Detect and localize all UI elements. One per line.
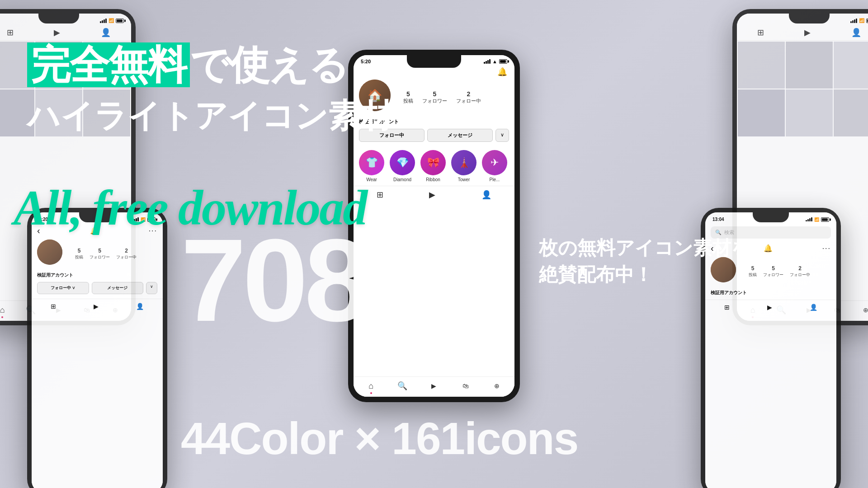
grid-icon-br[interactable]: ⊞ (724, 304, 730, 311)
highlight-diamond[interactable]: 💎 Diamond (390, 150, 415, 182)
search-nav-center[interactable]: 🔍 (397, 380, 408, 391)
home-nav-lt[interactable]: ⌂ (0, 305, 8, 315)
user-icon-br[interactable]: 👤 (810, 304, 817, 311)
message-btn-bl[interactable]: メッセージ (92, 282, 144, 294)
stat-followers-bl: 5 フォロワー (90, 248, 110, 260)
search-placeholder-br: 検索 (724, 229, 734, 236)
home-nav-center[interactable]: ⌂ (366, 380, 377, 391)
stat-posts-br: 5 投稿 (749, 265, 757, 278)
shop-icon-center: 🛍 (462, 382, 469, 389)
time-center: 5:20 (361, 59, 371, 64)
bell-icon-br[interactable]: 🔔 (764, 244, 773, 253)
search-bar-br[interactable]: 🔍 検索 (711, 226, 831, 239)
highlight-ribbon[interactable]: 🎀 Ribbon (420, 150, 446, 182)
time-bl: 4:20 (39, 217, 48, 222)
video-icon-lt: ▶ (54, 28, 60, 38)
message-button-center[interactable]: メッセージ (427, 129, 493, 142)
phone-bottom-left: 4:20 📶 ‹ 🔔 ··· (27, 208, 167, 488)
highlight-tower[interactable]: 🗼 Tower (451, 150, 476, 182)
video-icon-center: ▶ (431, 382, 436, 389)
highlight-ribbon-label: Ribbon (426, 177, 440, 182)
highlight-wear-label: Wear (366, 177, 377, 182)
grid-icon-rt: ⊞ (757, 28, 764, 38)
back-arrow-bl[interactable]: ‹ (37, 225, 40, 236)
stat-following-label: フォロー中 (456, 98, 481, 103)
highlight-wear[interactable]: 👕 Wear (359, 150, 384, 182)
avatar-bl (37, 239, 62, 265)
phone-bottom-right: 13:04 📶 🔍 検索 ‹ (701, 208, 841, 488)
user-tab-icon[interactable]: 👤 (481, 190, 491, 200)
search-icon-center: 🔍 (397, 381, 407, 391)
stat-posts-bl: 5 投稿 (75, 248, 83, 260)
highlight-diamond-label: Diamond (393, 177, 411, 182)
account-name-br: 検証用アカウント (705, 290, 836, 296)
avatar-br (711, 257, 736, 282)
grid-icon-bl[interactable]: ⊞ (51, 303, 56, 310)
video-icon-bl[interactable]: ▶ (94, 303, 99, 310)
stat-followers-label: フォロワー (422, 98, 447, 103)
stat-followers-br: 5 フォロワー (763, 265, 783, 278)
video-icon-br[interactable]: ▶ (767, 304, 772, 311)
phone-center: 5:20 ▲ 🔔 🏠 (348, 50, 520, 402)
dots-menu-br[interactable]: ··· (822, 244, 831, 253)
follow-btn-bl[interactable]: フォロー中 ∨ (37, 282, 89, 294)
places-icon: ✈ (491, 157, 499, 169)
grid-icon-lt: ⊞ (7, 28, 14, 38)
stat-following-bl: 2 フォロー中 (116, 248, 137, 260)
profile-nav-center[interactable]: ⊕ (491, 380, 502, 391)
tower-icon: 🗼 (458, 157, 470, 169)
video-tab-icon[interactable]: ▶ (429, 190, 435, 200)
profile-icon-center: ⊕ (494, 382, 500, 389)
more-button-center[interactable]: ∨ (495, 129, 509, 142)
user-icon-rt: 👤 (851, 28, 861, 38)
home-icon-center: ⌂ (368, 381, 373, 391)
user-icon-bl[interactable]: 👤 (136, 303, 144, 310)
bell-icon-center[interactable]: 🔔 (497, 67, 507, 77)
grid-tab-icon[interactable]: ⊞ (377, 190, 383, 200)
dots-menu-bl[interactable]: ··· (149, 227, 157, 235)
highlight-places[interactable]: ✈ Ple... (482, 150, 507, 182)
highlight-places-label: Ple... (490, 177, 500, 182)
stat-posts-center: 5 投稿 (403, 90, 413, 104)
video-icon-rt: ▶ (804, 28, 811, 38)
highlight-tower-label: Tower (458, 177, 470, 182)
stat-posts-label: 投稿 (403, 98, 413, 103)
follow-button-center[interactable]: フォロー中 (359, 129, 425, 142)
bell-icon-bl[interactable]: 🔔 (90, 226, 99, 235)
user-icon-lt: 👤 (101, 28, 111, 38)
more-btn-bl[interactable]: ∨ (146, 282, 157, 294)
tab-row-center: ⊞ ▶ 👤 (354, 186, 514, 203)
search-icon-br: 🔍 (715, 230, 722, 235)
stat-following-br: 2 フォロー中 (790, 265, 810, 278)
shop-nav-center[interactable]: 🛍 (460, 380, 471, 391)
diamond-icon: 💎 (396, 157, 409, 169)
back-arrow-br[interactable]: ‹ (711, 243, 714, 253)
video-nav-center[interactable]: ▶ (429, 380, 439, 391)
stat-followers-center: 5 フォロワー (422, 90, 447, 104)
avatar-center: 🏠 (359, 80, 391, 111)
wear-icon: 👕 (366, 157, 378, 169)
ribbon-icon: 🎀 (427, 157, 439, 169)
time-br: 13:04 (712, 217, 724, 222)
account-name-bl: 検証用アカウント (32, 272, 163, 278)
account-name-center: 検証用アカウント (354, 118, 514, 125)
stat-following-center: 2 フォロー中 (456, 90, 481, 104)
highlights-row-center: 👕 Wear 💎 Diamond 🎀 Ribbon (354, 146, 514, 186)
profile-nav-rt[interactable]: ⊕ (860, 305, 868, 315)
